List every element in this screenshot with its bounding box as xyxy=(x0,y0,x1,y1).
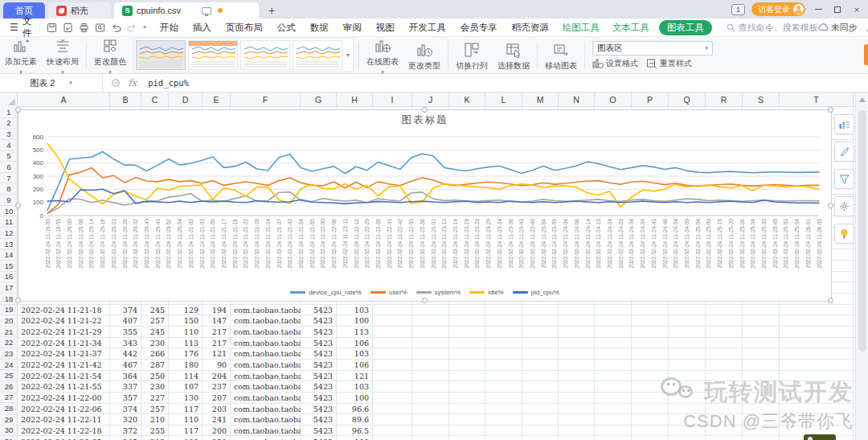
column-header-M[interactable]: M xyxy=(522,93,559,107)
select-all-corner[interactable] xyxy=(0,93,18,107)
cell[interactable]: 129 xyxy=(169,305,203,316)
cell[interactable]: 250 xyxy=(141,371,169,382)
row-header-20[interactable]: 20 xyxy=(0,315,18,327)
vertical-scrollbar[interactable] xyxy=(855,93,868,440)
cell[interactable]: 2022-02-24 11-21-54 xyxy=(18,371,110,382)
cell[interactable]: com.taobao.taobao xyxy=(231,404,301,415)
cell[interactable]: 227 xyxy=(141,393,169,404)
cell[interactable]: 467 xyxy=(110,360,141,371)
chart-style-thumbnail-1[interactable] xyxy=(136,40,186,70)
cell[interactable]: 100 xyxy=(337,315,373,327)
column-header-L[interactable]: L xyxy=(485,93,522,107)
cell[interactable]: com.taobao.taobao xyxy=(231,426,301,437)
cell[interactable]: 257 xyxy=(141,315,169,327)
cell[interactable]: com.taobao.taobao xyxy=(231,338,301,349)
export-pdf-icon[interactable] xyxy=(63,23,73,33)
zoom-formula-icon[interactable] xyxy=(111,78,121,88)
cell[interactable]: 407 xyxy=(110,315,141,327)
cell[interactable]: com.taobao.taobao xyxy=(231,381,301,393)
maximize-button[interactable] xyxy=(831,3,844,16)
cell[interactable]: 110 xyxy=(169,414,203,426)
row-header-21[interactable]: 21 xyxy=(0,327,18,338)
preview-icon[interactable] xyxy=(95,23,105,33)
cell[interactable]: 121 xyxy=(337,371,373,382)
cell[interactable]: 5423 xyxy=(301,426,337,437)
selection-handle[interactable] xyxy=(828,107,833,113)
cell[interactable]: 5423 xyxy=(301,393,337,404)
cell[interactable]: 2022-02-24 11-21-37 xyxy=(18,348,110,360)
cell[interactable]: 374 xyxy=(110,404,141,415)
undo-icon[interactable] xyxy=(111,23,121,33)
cell[interactable]: 217 xyxy=(203,338,231,349)
chart-style-gallery[interactable]: ▾ xyxy=(133,38,354,72)
menu-item-0[interactable]: 开始 xyxy=(153,22,186,34)
column-header-F[interactable]: F xyxy=(231,93,301,107)
close-button[interactable]: × xyxy=(850,3,863,16)
login-button[interactable]: 访客登录 xyxy=(751,2,805,16)
chart-style-thumbnail-4[interactable] xyxy=(293,40,342,70)
column-header-K[interactable]: K xyxy=(449,93,485,107)
cell[interactable]: 2022-02-24 11-22-18 xyxy=(18,426,110,437)
cell[interactable]: 121 xyxy=(203,348,231,360)
cell[interactable]: 180 xyxy=(169,360,203,371)
cell[interactable]: 231 xyxy=(203,437,231,440)
cell[interactable]: 345 xyxy=(110,437,141,440)
menu-item-4[interactable]: 数据 xyxy=(303,22,336,34)
cell[interactable]: 2022-02-24 11-22-00 xyxy=(18,393,110,404)
cell[interactable]: 266 xyxy=(141,348,169,360)
column-header-A[interactable]: A xyxy=(18,93,110,107)
row-header-23[interactable]: 23 xyxy=(0,348,18,360)
cell[interactable]: 207 xyxy=(203,393,231,404)
cell[interactable]: 2022-02-24 11-21-55 xyxy=(18,381,110,393)
filter-button[interactable] xyxy=(834,169,854,189)
new-tab-button[interactable]: + xyxy=(268,4,275,17)
cell[interactable]: 150 xyxy=(169,315,203,327)
cell[interactable]: com.taobao.taobao xyxy=(231,327,301,338)
menu-item-5[interactable]: 审阅 xyxy=(336,22,369,34)
column-header-D[interactable]: D xyxy=(169,93,203,107)
cell[interactable]: 5423 xyxy=(301,371,337,382)
ribbon-button-add-element[interactable]: 添加元素▾ xyxy=(0,35,42,76)
cell[interactable]: 103 xyxy=(337,348,373,360)
row-header-27[interactable]: 27 xyxy=(0,393,18,404)
row-header-15[interactable]: 15 xyxy=(0,261,18,272)
cell[interactable]: 355 xyxy=(110,327,141,338)
cell[interactable]: com.taobao.taobao xyxy=(231,348,301,360)
row-header-11[interactable]: 11 xyxy=(0,216,18,228)
cell[interactable]: 5423 xyxy=(301,414,337,426)
brush-button[interactable] xyxy=(834,142,854,162)
row-header-16[interactable]: 16 xyxy=(0,272,18,283)
cell[interactable]: 5423 xyxy=(301,437,337,440)
column-header-I[interactable]: I xyxy=(373,93,412,107)
menu-item-6[interactable]: 视图 xyxy=(369,22,402,34)
column-header-R[interactable]: R xyxy=(706,93,743,107)
cell[interactable]: 117 xyxy=(169,404,203,415)
row-header-10[interactable]: 10 xyxy=(0,206,18,217)
cell[interactable]: 106 xyxy=(337,338,373,349)
cell[interactable]: 5423 xyxy=(301,327,337,338)
row-header-19[interactable]: 19 xyxy=(0,305,18,316)
cell[interactable]: 90 xyxy=(203,360,231,371)
cell[interactable]: 5423 xyxy=(301,360,337,371)
cell[interactable]: 237 xyxy=(203,381,231,393)
row-header-12[interactable]: 12 xyxy=(0,228,18,239)
cell[interactable]: 110 xyxy=(169,327,203,338)
menu-item-3[interactable]: 公式 xyxy=(270,22,303,34)
cell[interactable]: 255 xyxy=(141,426,169,437)
save-icon[interactable] xyxy=(47,23,57,33)
cell[interactable]: 114 xyxy=(169,371,203,382)
cell[interactable]: 245 xyxy=(141,327,169,338)
column-header-G[interactable]: G xyxy=(301,93,337,107)
row-header-30[interactable]: 30 xyxy=(0,426,18,437)
cell[interactable]: 100 xyxy=(337,437,373,440)
cell[interactable]: 113 xyxy=(169,338,203,349)
cell[interactable]: 257 xyxy=(141,404,169,415)
cell[interactable]: 113 xyxy=(337,327,373,338)
selection-handle[interactable] xyxy=(422,107,428,113)
cell[interactable]: 103 xyxy=(337,305,373,316)
cell[interactable]: 245 xyxy=(141,305,169,316)
cell[interactable]: 194 xyxy=(203,305,231,316)
cell[interactable]: com.taobao.taobao xyxy=(231,360,301,371)
minimize-button[interactable] xyxy=(812,3,825,16)
cell[interactable]: com.taobao.taobao xyxy=(231,305,301,316)
